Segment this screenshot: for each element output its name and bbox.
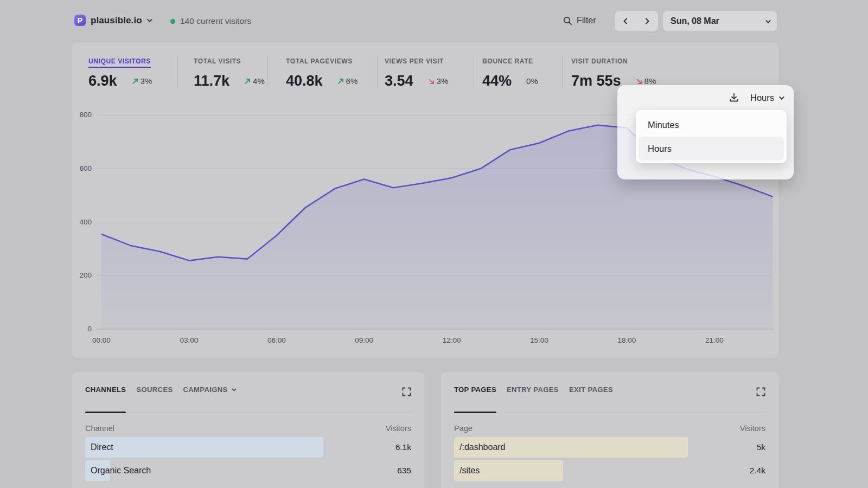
chevron-left-icon xyxy=(622,18,629,24)
x-axis-label: 06:00 xyxy=(258,336,296,344)
row-value: 2.4k xyxy=(750,466,765,476)
stat-total-visits[interactable]: TOTAL VISITS 11.7k 4% xyxy=(194,56,265,89)
chevron-down-icon xyxy=(779,94,784,100)
current-visitors-label: 140 current visitors xyxy=(180,16,251,26)
trend-up-icon xyxy=(132,78,138,85)
stat-value: 11.7k xyxy=(194,73,229,89)
top-bar: P plausible.io 140 current visitors Filt… xyxy=(0,0,868,42)
y-axis-label: 400 xyxy=(72,218,92,226)
stat-total-pageviews[interactable]: TOTAL PAGEVIEWS 40.8k 6% xyxy=(286,56,358,89)
date-nav xyxy=(615,11,658,31)
interval-selected-label: Hours xyxy=(750,93,774,103)
channels-panel: CHANNELSSOURCESCAMPAIGNS Channel Visitor… xyxy=(72,372,424,488)
site-switcher[interactable]: P plausible.io xyxy=(74,15,151,26)
stat-value: 3.54 xyxy=(385,73,413,89)
stat-label: VISIT DURATION xyxy=(571,57,628,65)
live-dot-icon xyxy=(170,19,175,24)
expand-icon[interactable] xyxy=(756,387,765,399)
y-axis-label: 0 xyxy=(72,325,92,333)
x-axis-label: 15:00 xyxy=(520,336,558,344)
pages-tabs: TOP PAGESENTRY PAGESEXIT PAGES xyxy=(454,386,613,394)
interval-menu: MinutesHours xyxy=(636,110,787,163)
stat-divider xyxy=(474,56,474,87)
site-name: plausible.io xyxy=(91,15,142,26)
interval-option-hours[interactable]: Hours xyxy=(639,137,784,160)
column-header: Channel xyxy=(85,424,114,433)
y-axis-label: 200 xyxy=(72,271,92,279)
stat-label: VIEWS PER VISIT xyxy=(385,57,444,65)
breakdown-row[interactable]: /:dashboard 5k xyxy=(454,437,765,458)
stat-label: BOUNCE RATE xyxy=(482,57,533,65)
stat-change: 4% xyxy=(244,76,265,86)
pages-rows: /:dashboard 5k /sites 2.4k xyxy=(454,437,765,484)
tab-sources[interactable]: SOURCES xyxy=(136,386,173,394)
tab-entry-pages[interactable]: ENTRY PAGES xyxy=(507,386,559,394)
expand-icon[interactable] xyxy=(402,387,411,399)
plausible-logo: P xyxy=(74,15,86,26)
breakdown-row[interactable]: Organic Search 635 xyxy=(85,460,411,481)
tabs-divider xyxy=(85,413,411,413)
interval-option-minutes[interactable]: Minutes xyxy=(639,113,784,137)
stat-visit-duration[interactable]: VISIT DURATION 7m 55s 8% xyxy=(571,56,656,89)
trend-up-icon xyxy=(337,78,344,85)
chevron-down-icon xyxy=(147,17,152,22)
filter-label: Filter xyxy=(577,16,596,25)
tab-campaigns[interactable]: CAMPAIGNS xyxy=(183,386,235,394)
active-tab-underline xyxy=(85,412,126,413)
column-header: Page xyxy=(454,424,473,433)
stat-value: 6.9k xyxy=(88,73,117,89)
active-tab-underline xyxy=(454,412,496,413)
row-value: 635 xyxy=(397,466,411,476)
stat-value: 7m 55s xyxy=(571,73,621,89)
row-name: /:dashboard xyxy=(459,442,506,452)
x-axis-label: 18:00 xyxy=(608,336,646,344)
stat-label: TOTAL VISITS xyxy=(194,57,241,65)
stat-value: 44% xyxy=(482,73,512,89)
row-name: Organic Search xyxy=(91,466,151,476)
stat-views-per-visit[interactable]: VIEWS PER VISIT 3.54 3% xyxy=(385,56,448,89)
chevron-right-icon xyxy=(644,18,650,24)
filter-button[interactable]: Filter xyxy=(563,16,596,25)
breakdown-row[interactable]: Direct 6.1k xyxy=(85,437,411,458)
stat-label: UNIQUE VISITORS xyxy=(88,57,151,68)
tab-top-pages[interactable]: TOP PAGES xyxy=(454,386,496,394)
tab-exit-pages[interactable]: EXIT PAGES xyxy=(569,386,613,394)
stat-change: 3% xyxy=(132,76,152,86)
interval-selector[interactable]: Hours xyxy=(750,93,783,103)
stat-divider xyxy=(377,56,378,87)
channels-rows: Direct 6.1k Organic Search 635 xyxy=(85,437,411,484)
stat-change: 3% xyxy=(428,76,449,86)
stat-divider xyxy=(562,56,563,87)
stat-change: 0% xyxy=(526,76,538,86)
chevron-down-icon xyxy=(232,387,236,391)
breakdown-row[interactable]: /sites 2.4k xyxy=(454,460,765,481)
stat-value: 40.8k xyxy=(286,73,323,89)
row-value: 6.1k xyxy=(395,442,411,452)
y-axis-label: 800 xyxy=(72,111,92,119)
chevron-down-icon xyxy=(765,18,771,23)
download-icon[interactable] xyxy=(729,92,739,103)
date-picker[interactable]: Sun, 08 Mar xyxy=(663,11,777,31)
next-date-button[interactable] xyxy=(636,11,658,31)
y-axis-label: 600 xyxy=(72,164,92,172)
prev-date-button[interactable] xyxy=(615,11,636,31)
stat-change: 8% xyxy=(636,76,656,86)
trend-down-icon xyxy=(636,78,642,85)
current-visitors[interactable]: 140 current visitors xyxy=(170,16,251,26)
x-axis-label: 03:00 xyxy=(170,336,208,344)
row-bar xyxy=(85,437,323,458)
column-header: Visitors xyxy=(740,424,765,433)
row-name: Direct xyxy=(91,442,113,452)
stat-change: 6% xyxy=(337,76,358,86)
stat-unique-visitors[interactable]: UNIQUE VISITORS 6.9k 3% xyxy=(88,56,152,89)
channels-tabs: CHANNELSSOURCESCAMPAIGNS xyxy=(85,386,235,394)
stat-divider xyxy=(177,56,178,87)
tabs-divider xyxy=(454,413,765,413)
stat-bounce-rate[interactable]: BOUNCE RATE 44% 0% xyxy=(482,56,538,89)
x-axis-label: 21:00 xyxy=(695,336,733,344)
search-icon xyxy=(563,16,572,25)
x-axis-label: 12:00 xyxy=(433,336,471,344)
trend-up-icon xyxy=(244,78,251,85)
tab-channels[interactable]: CHANNELS xyxy=(85,386,126,394)
row-value: 5k xyxy=(757,442,765,452)
